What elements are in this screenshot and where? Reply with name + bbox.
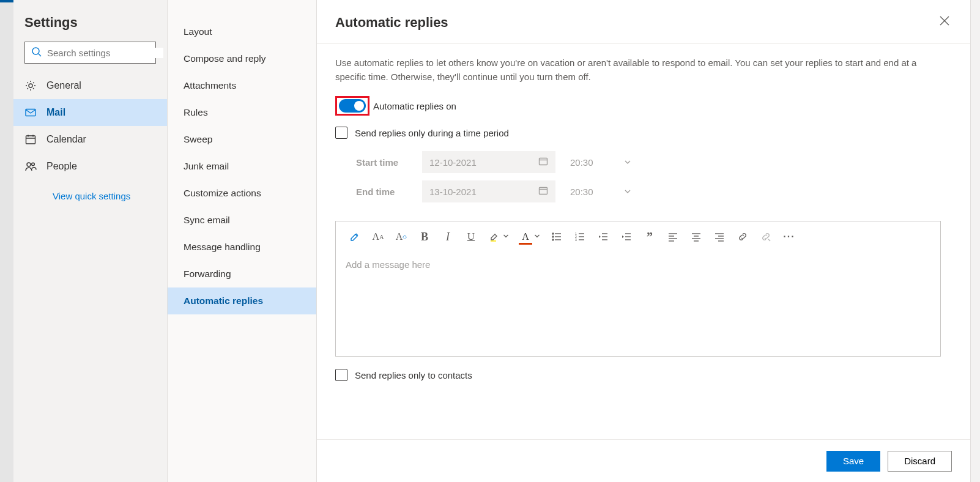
highlight-icon[interactable] — [488, 229, 501, 244]
sidebar-item-mail[interactable]: Mail — [13, 99, 167, 126]
mail-subnav: Layout Compose and reply Attachments Rul… — [168, 0, 317, 482]
view-quick-settings-link[interactable]: View quick settings — [13, 180, 167, 201]
svg-point-11 — [27, 163, 31, 166]
svg-point-23 — [552, 233, 554, 234]
bold-icon[interactable]: B — [418, 229, 431, 244]
calendar-icon — [24, 133, 38, 146]
sidebar-item-label: Mail — [46, 107, 65, 118]
chevron-down-icon — [624, 157, 631, 168]
settings-sidebar: Settings General Mail Calendar People Vi… — [13, 0, 168, 482]
svg-rect-15 — [540, 158, 548, 165]
mail-icon — [24, 106, 38, 119]
editor-textarea[interactable]: Add a message here — [336, 252, 940, 356]
start-time-label: Start time — [356, 157, 411, 168]
main-panel: Automatic replies Use automatic replies … — [317, 0, 970, 482]
indent-icon[interactable] — [620, 229, 633, 244]
svg-text:3: 3 — [575, 238, 577, 242]
end-date-picker[interactable]: 13-10-2021 — [422, 180, 555, 202]
svg-rect-17 — [540, 187, 548, 194]
subnav-forwarding[interactable]: Forwarding — [168, 261, 316, 287]
bullet-list-icon[interactable] — [550, 229, 563, 244]
discard-button[interactable]: Discard — [888, 451, 952, 472]
unlink-icon[interactable] — [759, 229, 773, 244]
svg-point-25 — [552, 239, 554, 240]
underline-icon[interactable]: U — [464, 229, 478, 244]
quote-icon[interactable]: ” — [643, 229, 656, 244]
align-left-icon[interactable] — [666, 229, 680, 244]
time-period-label: Send replies only during a time period — [355, 128, 509, 138]
sidebar-item-calendar[interactable]: Calendar — [13, 126, 167, 153]
search-icon — [31, 46, 42, 59]
font-size-icon[interactable]: A◇ — [395, 229, 408, 244]
link-icon[interactable] — [736, 229, 749, 244]
end-time-value: 20:30 — [570, 187, 593, 197]
svg-point-24 — [552, 236, 554, 237]
search-input[interactable] — [47, 48, 163, 58]
svg-point-0 — [32, 48, 39, 54]
svg-line-1 — [39, 54, 41, 56]
svg-point-2 — [29, 84, 32, 87]
svg-point-12 — [32, 163, 35, 166]
scrollbar-track[interactable] — [970, 0, 980, 482]
sidebar-item-label: General — [46, 80, 81, 91]
sidebar-item-label: Calendar — [46, 134, 86, 145]
subnav-attachments[interactable]: Attachments — [168, 72, 316, 99]
sidebar-item-label: People — [46, 161, 77, 172]
more-icon[interactable]: ··· — [782, 229, 796, 244]
font-color-icon[interactable]: A — [519, 229, 532, 244]
chevron-down-icon — [624, 187, 631, 197]
sidebar-item-general[interactable]: General — [13, 72, 167, 99]
contacts-only-label: Send replies only to contacts — [355, 370, 472, 380]
subnav-compose-and-reply[interactable]: Compose and reply — [168, 45, 316, 72]
end-time-picker[interactable]: 20:30 — [566, 180, 637, 202]
italic-icon[interactable]: I — [441, 229, 455, 244]
time-period-checkbox[interactable] — [335, 127, 347, 139]
footer-bar: Save Discard — [317, 439, 970, 482]
svg-rect-19 — [491, 240, 496, 242]
close-icon[interactable] — [937, 13, 952, 31]
start-date-value: 12-10-2021 — [429, 157, 477, 168]
start-date-picker[interactable]: 12-10-2021 — [422, 151, 555, 173]
svg-rect-4 — [26, 136, 35, 144]
subnav-rules[interactable]: Rules — [168, 99, 316, 126]
calendar-icon — [538, 157, 548, 168]
chevron-down-icon[interactable] — [503, 233, 509, 240]
outdent-icon[interactable] — [596, 229, 610, 244]
align-right-icon[interactable] — [713, 229, 726, 244]
sidebar-item-people[interactable]: People — [13, 153, 167, 180]
end-date-value: 13-10-2021 — [429, 187, 477, 197]
page-title: Automatic replies — [335, 15, 448, 31]
subnav-sweep[interactable]: Sweep — [168, 126, 316, 153]
save-button[interactable]: Save — [826, 451, 880, 472]
editor-toolbar: AA A◇ B I U A — [336, 221, 940, 252]
subnav-layout[interactable]: Layout — [168, 18, 316, 45]
obscured-background — [0, 0, 13, 482]
search-settings-box[interactable] — [24, 42, 156, 64]
svg-line-50 — [768, 239, 770, 241]
toggle-label: Automatic replies on — [373, 101, 456, 111]
subnav-customize-actions[interactable]: Customize actions — [168, 180, 316, 207]
end-time-label: End time — [356, 187, 411, 197]
paint-format-icon[interactable] — [348, 229, 362, 244]
subnav-message-handling[interactable]: Message handling — [168, 234, 316, 261]
start-time-picker[interactable]: 20:30 — [566, 151, 637, 173]
subnav-automatic-replies[interactable]: Automatic replies — [168, 287, 316, 314]
editor-placeholder: Add a message here — [346, 259, 430, 270]
chevron-down-icon[interactable] — [534, 233, 540, 240]
subnav-sync-email[interactable]: Sync email — [168, 207, 316, 234]
contacts-only-checkbox[interactable] — [335, 369, 347, 381]
numbered-list-icon[interactable]: 123 — [573, 229, 587, 244]
calendar-icon — [538, 186, 548, 198]
align-center-icon[interactable] — [689, 229, 703, 244]
intro-text: Use automatic replies to let others know… — [335, 56, 935, 84]
annotation-highlight — [335, 96, 369, 116]
font-icon[interactable]: AA — [371, 229, 385, 244]
automatic-replies-toggle[interactable] — [339, 99, 366, 113]
people-icon — [24, 160, 38, 172]
gear-icon — [24, 80, 38, 92]
start-time-value: 20:30 — [570, 157, 593, 168]
subnav-junk-email[interactable]: Junk email — [168, 153, 316, 180]
settings-title: Settings — [13, 15, 167, 42]
message-editor: AA A◇ B I U A — [335, 221, 941, 357]
